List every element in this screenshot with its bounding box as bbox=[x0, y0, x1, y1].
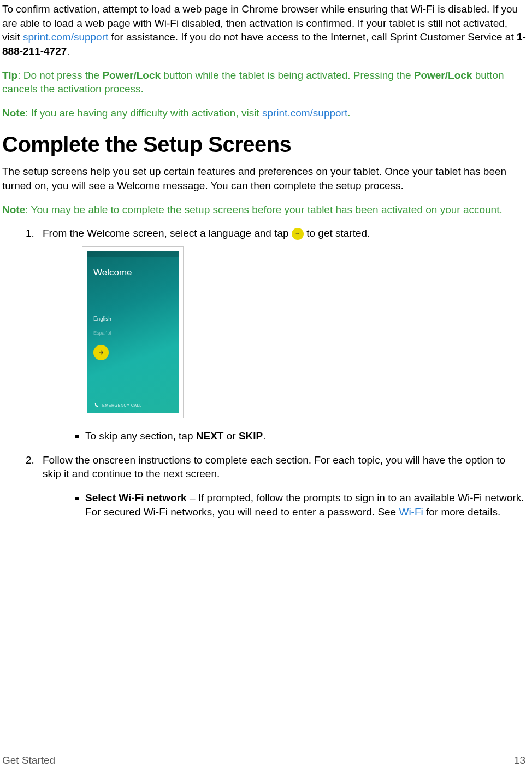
support-link-2[interactable]: sprint.com/support bbox=[262, 107, 347, 119]
text: button while the tablet is being activat… bbox=[161, 69, 414, 81]
tip-paragraph: Tip: Do not press the Power/Lock button … bbox=[2, 68, 527, 96]
support-link[interactable]: sprint.com/support bbox=[23, 31, 108, 43]
phone-screen: Welcome English Español EMERGENCY CALL bbox=[87, 251, 179, 413]
power-lock-1: Power/Lock bbox=[102, 69, 161, 81]
note-paragraph-2: Note: You may be able to complete the se… bbox=[2, 203, 527, 217]
text: : Do not press the bbox=[17, 69, 102, 81]
note-label: Note bbox=[2, 204, 25, 215]
text: . bbox=[67, 45, 69, 57]
wifi-title: Select Wi-Fi network bbox=[85, 492, 187, 503]
text: . bbox=[347, 107, 350, 119]
start-button bbox=[93, 345, 109, 360]
text: or bbox=[223, 430, 238, 442]
language-list: English Español bbox=[93, 315, 111, 343]
wifi-bullet: Select Wi-Fi network – If prompted, foll… bbox=[85, 491, 527, 519]
intro-paragraph: The setup screens help you set up certai… bbox=[2, 165, 527, 192]
note-label: Note bbox=[2, 107, 25, 119]
text: : You may be able to complete the setup … bbox=[25, 204, 503, 215]
emergency-call: EMERGENCY CALL bbox=[94, 403, 142, 408]
next-label: NEXT bbox=[196, 430, 224, 442]
step-1: From the Welcome screen, select a langua… bbox=[37, 226, 527, 443]
step-2: Follow the onscreen instructions to comp… bbox=[37, 453, 527, 519]
text: for assistance. If you do not have acces… bbox=[108, 31, 517, 43]
note-paragraph-1: Note: If you are having any difficulty w… bbox=[2, 106, 527, 120]
text: for more details. bbox=[423, 506, 501, 518]
text: From the Welcome screen, select a langua… bbox=[43, 227, 292, 239]
heading-complete-setup: Complete the Setup Screens bbox=[2, 130, 527, 159]
welcome-title: Welcome bbox=[87, 257, 179, 283]
power-lock-2: Power/Lock bbox=[414, 69, 472, 81]
lang-espanol: Español bbox=[93, 330, 111, 336]
status-bar bbox=[87, 251, 179, 257]
skip-bullet: To skip any section, tap NEXT or SKIP. bbox=[85, 429, 527, 443]
emergency-label: EMERGENCY CALL bbox=[102, 403, 142, 408]
phone-icon bbox=[94, 403, 99, 407]
arrow-circle-icon bbox=[292, 228, 304, 240]
text: Follow the onscreen instructions to comp… bbox=[43, 454, 505, 480]
arrow-right-icon bbox=[98, 350, 104, 355]
wifi-link[interactable]: Wi-Fi bbox=[399, 506, 423, 518]
phone-mockup: Welcome English Español EMERGENCY CALL bbox=[82, 246, 184, 418]
lang-english: English bbox=[93, 315, 111, 323]
text: to get started. bbox=[304, 227, 370, 239]
tip-label: Tip bbox=[2, 69, 17, 81]
skip-label: SKIP bbox=[239, 430, 263, 442]
text: : If you are having any difficulty with … bbox=[25, 107, 262, 119]
text: . bbox=[263, 430, 265, 442]
text: To skip any section, tap bbox=[85, 430, 196, 442]
activation-confirm-paragraph: To confirm activation, attempt to load a… bbox=[2, 2, 527, 58]
